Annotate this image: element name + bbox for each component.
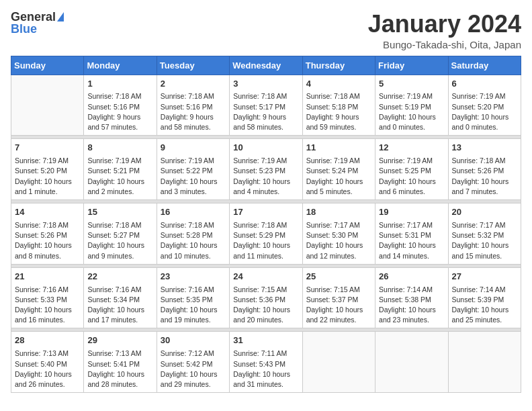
calendar-cell: 16Sunrise: 7:18 AM Sunset: 5:28 PM Dayli… xyxy=(157,203,229,265)
header: General Blue January 2024 Bungo-Takada-s… xyxy=(11,11,521,50)
calendar-header-row: SundayMondayTuesdayWednesdayThursdayFrid… xyxy=(11,56,521,75)
calendar-cell xyxy=(448,332,521,393)
calendar-cell: 6Sunrise: 7:19 AM Sunset: 5:20 PM Daylig… xyxy=(448,75,521,136)
day-number: 19 xyxy=(379,206,444,219)
logo: General Blue xyxy=(11,11,64,35)
day-number: 23 xyxy=(161,271,226,283)
calendar-cell: 8Sunrise: 7:19 AM Sunset: 5:21 PM Daylig… xyxy=(84,139,157,200)
day-number: 14 xyxy=(15,206,80,219)
day-info: Sunrise: 7:17 AM Sunset: 5:31 PM Dayligh… xyxy=(379,220,444,261)
calendar-week-row: 7Sunrise: 7:19 AM Sunset: 5:20 PM Daylig… xyxy=(11,139,521,200)
header-cell-friday: Friday xyxy=(375,56,448,75)
calendar-cell: 5Sunrise: 7:19 AM Sunset: 5:19 PM Daylig… xyxy=(375,75,448,136)
day-number: 4 xyxy=(306,78,371,91)
day-info: Sunrise: 7:19 AM Sunset: 5:25 PM Dayligh… xyxy=(379,156,444,197)
header-cell-monday: Monday xyxy=(84,56,157,75)
day-number: 12 xyxy=(379,142,444,154)
calendar-cell: 20Sunrise: 7:17 AM Sunset: 5:32 PM Dayli… xyxy=(448,203,521,265)
day-info: Sunrise: 7:19 AM Sunset: 5:23 PM Dayligh… xyxy=(233,156,298,197)
day-info: Sunrise: 7:14 AM Sunset: 5:38 PM Dayligh… xyxy=(379,285,444,326)
day-info: Sunrise: 7:16 AM Sunset: 5:35 PM Dayligh… xyxy=(161,285,226,326)
day-info: Sunrise: 7:18 AM Sunset: 5:27 PM Dayligh… xyxy=(87,220,152,261)
day-info: Sunrise: 7:14 AM Sunset: 5:39 PM Dayligh… xyxy=(452,285,517,326)
day-number: 1 xyxy=(87,78,152,91)
header-cell-thursday: Thursday xyxy=(302,56,375,75)
day-info: Sunrise: 7:16 AM Sunset: 5:34 PM Dayligh… xyxy=(87,285,152,326)
calendar-cell xyxy=(375,332,448,393)
day-info: Sunrise: 7:13 AM Sunset: 5:40 PM Dayligh… xyxy=(15,349,80,390)
calendar-cell: 26Sunrise: 7:14 AM Sunset: 5:38 PM Dayli… xyxy=(375,267,448,328)
title-area: January 2024 Bungo-Takada-shi, Oita, Jap… xyxy=(368,11,521,50)
day-number: 30 xyxy=(161,334,226,347)
calendar-cell: 23Sunrise: 7:16 AM Sunset: 5:35 PM Dayli… xyxy=(157,267,229,328)
day-info: Sunrise: 7:19 AM Sunset: 5:20 PM Dayligh… xyxy=(15,156,80,197)
day-number: 8 xyxy=(87,142,152,154)
calendar-week-row: 21Sunrise: 7:16 AM Sunset: 5:33 PM Dayli… xyxy=(11,267,521,328)
calendar-cell: 15Sunrise: 7:18 AM Sunset: 5:27 PM Dayli… xyxy=(84,203,157,265)
day-info: Sunrise: 7:16 AM Sunset: 5:33 PM Dayligh… xyxy=(15,285,80,326)
day-info: Sunrise: 7:19 AM Sunset: 5:19 PM Dayligh… xyxy=(379,91,444,132)
day-number: 16 xyxy=(161,206,226,219)
calendar-week-row: 14Sunrise: 7:18 AM Sunset: 5:26 PM Dayli… xyxy=(11,203,521,265)
day-info: Sunrise: 7:17 AM Sunset: 5:30 PM Dayligh… xyxy=(306,220,371,261)
day-info: Sunrise: 7:15 AM Sunset: 5:37 PM Dayligh… xyxy=(306,285,371,326)
calendar-cell xyxy=(11,75,84,136)
calendar-cell: 12Sunrise: 7:19 AM Sunset: 5:25 PM Dayli… xyxy=(375,139,448,200)
day-number: 20 xyxy=(452,206,517,219)
day-number: 2 xyxy=(161,78,226,91)
calendar-cell: 14Sunrise: 7:18 AM Sunset: 5:26 PM Dayli… xyxy=(11,203,84,265)
day-number: 24 xyxy=(233,271,298,283)
day-number: 10 xyxy=(233,142,298,154)
day-number: 13 xyxy=(452,142,517,154)
calendar-week-row: 1Sunrise: 7:18 AM Sunset: 5:16 PM Daylig… xyxy=(11,75,521,136)
day-number: 22 xyxy=(87,271,152,283)
day-number: 7 xyxy=(15,142,80,154)
header-cell-saturday: Saturday xyxy=(448,56,521,75)
calendar-cell: 17Sunrise: 7:18 AM Sunset: 5:29 PM Dayli… xyxy=(230,203,302,265)
day-number: 31 xyxy=(233,334,298,347)
day-number: 5 xyxy=(379,78,444,91)
day-number: 11 xyxy=(306,142,371,154)
header-cell-tuesday: Tuesday xyxy=(157,56,229,75)
day-number: 3 xyxy=(233,78,298,91)
day-info: Sunrise: 7:19 AM Sunset: 5:22 PM Dayligh… xyxy=(161,156,226,197)
calendar-cell xyxy=(302,332,375,393)
day-info: Sunrise: 7:18 AM Sunset: 5:26 PM Dayligh… xyxy=(15,220,80,261)
day-number: 25 xyxy=(306,271,371,283)
calendar-cell: 11Sunrise: 7:19 AM Sunset: 5:24 PM Dayli… xyxy=(302,139,375,200)
logo-general-text: General xyxy=(11,11,56,23)
day-number: 27 xyxy=(452,271,517,283)
day-info: Sunrise: 7:11 AM Sunset: 5:43 PM Dayligh… xyxy=(233,349,298,390)
day-number: 17 xyxy=(233,206,298,219)
day-number: 18 xyxy=(306,206,371,219)
calendar-cell: 10Sunrise: 7:19 AM Sunset: 5:23 PM Dayli… xyxy=(230,139,302,200)
calendar-cell: 19Sunrise: 7:17 AM Sunset: 5:31 PM Dayli… xyxy=(375,203,448,265)
calendar-cell: 13Sunrise: 7:18 AM Sunset: 5:26 PM Dayli… xyxy=(448,139,521,200)
day-info: Sunrise: 7:18 AM Sunset: 5:26 PM Dayligh… xyxy=(452,156,517,197)
header-cell-sunday: Sunday xyxy=(11,56,84,75)
day-number: 26 xyxy=(379,271,444,283)
calendar-week-row: 28Sunrise: 7:13 AM Sunset: 5:40 PM Dayli… xyxy=(11,332,521,393)
day-info: Sunrise: 7:17 AM Sunset: 5:32 PM Dayligh… xyxy=(452,220,517,261)
calendar-cell: 24Sunrise: 7:15 AM Sunset: 5:36 PM Dayli… xyxy=(230,267,302,328)
day-info: Sunrise: 7:18 AM Sunset: 5:18 PM Dayligh… xyxy=(306,91,371,132)
day-info: Sunrise: 7:18 AM Sunset: 5:16 PM Dayligh… xyxy=(87,91,152,132)
location-title: Bungo-Takada-shi, Oita, Japan xyxy=(368,39,521,50)
logo-icon xyxy=(57,12,64,21)
logo-blue-text: Blue xyxy=(11,23,37,35)
month-title: January 2024 xyxy=(368,11,521,38)
calendar-cell: 21Sunrise: 7:16 AM Sunset: 5:33 PM Dayli… xyxy=(11,267,84,328)
day-number: 28 xyxy=(15,334,80,347)
day-number: 9 xyxy=(161,142,226,154)
day-info: Sunrise: 7:12 AM Sunset: 5:42 PM Dayligh… xyxy=(161,349,226,390)
calendar-cell: 7Sunrise: 7:19 AM Sunset: 5:20 PM Daylig… xyxy=(11,139,84,200)
day-number: 15 xyxy=(87,206,152,219)
calendar-cell: 31Sunrise: 7:11 AM Sunset: 5:43 PM Dayli… xyxy=(230,332,302,393)
calendar-cell: 3Sunrise: 7:18 AM Sunset: 5:17 PM Daylig… xyxy=(230,75,302,136)
day-info: Sunrise: 7:13 AM Sunset: 5:41 PM Dayligh… xyxy=(87,349,152,390)
header-cell-wednesday: Wednesday xyxy=(230,56,302,75)
calendar-cell: 18Sunrise: 7:17 AM Sunset: 5:30 PM Dayli… xyxy=(302,203,375,265)
calendar-cell: 9Sunrise: 7:19 AM Sunset: 5:22 PM Daylig… xyxy=(157,139,229,200)
day-number: 29 xyxy=(87,334,152,347)
calendar-cell: 29Sunrise: 7:13 AM Sunset: 5:41 PM Dayli… xyxy=(84,332,157,393)
